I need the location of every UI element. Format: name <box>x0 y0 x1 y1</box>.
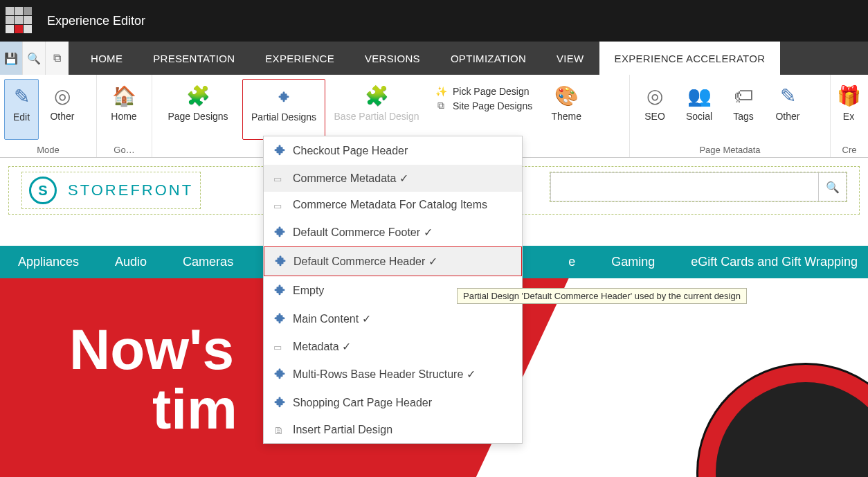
dropdown-item-label: Metadata ✓ <box>293 340 351 353</box>
dropdown-item-label: Default Commerce Footer ✓ <box>293 226 433 239</box>
app-logo <box>6 7 33 35</box>
dropdown-item[interactable]: 🗎Insert Partial Design <box>264 417 522 443</box>
search-button[interactable]: 🔍 <box>819 172 847 201</box>
export-icon: 🎁 <box>835 83 862 108</box>
dropdown-item[interactable]: Default Commerce Footer ✓ <box>264 218 522 246</box>
nav-item[interactable]: Gaming <box>593 255 673 269</box>
dropdown-item[interactable]: ▭Metadata ✓ <box>264 333 522 360</box>
preview-icon: ◎ <box>42 83 83 108</box>
quick-search-button[interactable]: 🔍 <box>23 42 46 75</box>
theme-button[interactable]: 🎨 Theme <box>542 79 590 140</box>
other-metadata-button[interactable]: ✎ Other <box>767 79 808 140</box>
dropdown-item-label: Default Commerce Header ✓ <box>293 255 437 268</box>
palette-icon: 🎨 <box>542 83 590 108</box>
target-icon: ◎ <box>634 83 676 108</box>
group-label-metadata: Page Metadata <box>630 145 830 155</box>
puzzle-icon <box>274 254 287 269</box>
tab-experience[interactable]: EXPERIENCE <box>250 42 350 75</box>
dropdown-item-label: Empty <box>293 285 324 297</box>
puzzle-gray-icon: 🧩 <box>328 83 425 108</box>
group-label-mode: Mode <box>0 145 96 155</box>
tab-optimization[interactable]: OPTIMIZATION <box>435 42 541 75</box>
social-button[interactable]: 👥 Social <box>678 79 720 140</box>
dropdown-item-label: Commerce Metadata For Catalog Items <box>293 199 487 211</box>
sitemap-icon: ⧉ <box>435 100 447 111</box>
title-bar: Experience Editor <box>0 0 868 42</box>
app-title: Experience Editor <box>47 14 145 28</box>
dropdown-item[interactable]: Main Content ✓ <box>264 305 522 333</box>
tooltip: Partial Design 'Default Commerce Header'… <box>457 288 747 304</box>
nav-item[interactable]: e <box>550 255 593 269</box>
dropdown-item-label: Checkout Page Header <box>293 145 408 157</box>
dropdown-item[interactable]: Multi-Rows Base Header Structure ✓ <box>264 360 522 388</box>
tags-button[interactable]: 🏷 Tags <box>723 79 764 140</box>
puzzle-icon <box>273 225 286 240</box>
dropdown-item[interactable]: Default Commerce Header ✓ <box>264 246 522 276</box>
workflow-button[interactable]: ⧉ <box>46 42 69 75</box>
partial-designs-button[interactable]: Partial Designs <box>242 79 325 140</box>
seo-button[interactable]: ◎ SEO <box>634 79 676 140</box>
storefront-name: STOREFRONT <box>68 181 193 199</box>
pick-page-design-button[interactable]: ✨ Pick Page Design <box>435 86 532 97</box>
puzzle-icon <box>273 367 286 381</box>
meta-icon: ▭ <box>273 341 286 352</box>
dropdown-item[interactable]: Checkout Page Header <box>264 136 522 165</box>
creative-exchange-button[interactable]: 🎁 Ex <box>835 79 862 140</box>
dropdown-item-label: Shopping Cart Page Header <box>293 397 432 409</box>
puzzle-icon <box>243 84 325 109</box>
doc-icon: 🗎 <box>273 424 286 436</box>
meta-icon: ▭ <box>273 172 286 184</box>
meta-icon: ▭ <box>273 199 286 211</box>
site-page-designs-button[interactable]: ⧉ Site Page Designs <box>435 100 532 111</box>
puzzle-icon <box>273 395 286 410</box>
tab-view[interactable]: VIEW <box>541 42 599 75</box>
dropdown-item-label: Insert Partial Design <box>293 424 392 436</box>
tag-icon: 🏷 <box>723 83 764 108</box>
hero-text: Now'stim <box>69 320 237 439</box>
dropdown-item-label: Multi-Rows Base Header Structure ✓ <box>293 368 476 381</box>
dropdown-item-label: Commerce Metadata ✓ <box>293 172 408 185</box>
group-label-creative: Cre <box>831 145 868 155</box>
nav-item[interactable]: Appliances <box>0 255 97 269</box>
search-input[interactable] <box>550 172 819 201</box>
search-icon: 🔍 <box>826 181 840 194</box>
save-button[interactable]: 💾 <box>0 42 23 75</box>
wand-icon: ✨ <box>435 86 447 97</box>
nav-item[interactable]: Audio <box>97 255 165 269</box>
dropdown-item[interactable]: Shopping Cart Page Header <box>264 388 522 417</box>
home-button[interactable]: 🏠 Home <box>101 79 147 140</box>
search-box[interactable]: 🔍 <box>550 172 847 202</box>
tab-presentation[interactable]: PRESENTATION <box>138 42 250 75</box>
other-mode-button[interactable]: ◎ Other <box>42 79 83 140</box>
edit-mode-button[interactable]: ✎ Edit <box>4 79 39 140</box>
pencil-icon: ✎ <box>5 84 38 109</box>
nav-item[interactable]: eGift Cards and Gift Wrapping <box>673 255 868 269</box>
nav-item[interactable]: Cameras <box>165 255 251 269</box>
dropdown-item-label: Main Content ✓ <box>293 312 371 325</box>
puzzle-icon <box>273 143 286 158</box>
page-designs-button[interactable]: 🧩 Page Designs <box>156 79 239 140</box>
tab-bar: 💾 🔍 ⧉ HOMEPRESENTATIONEXPERIENCEVERSIONS… <box>0 42 868 75</box>
tab-versions[interactable]: VERSIONS <box>350 42 435 75</box>
storefront-glyph: S <box>29 177 57 204</box>
dropdown-item[interactable]: ▭Commerce Metadata ✓ <box>264 165 522 192</box>
tab-experience-accelerator[interactable]: EXPERIENCE ACCELERATOR <box>599 42 781 75</box>
home-icon: 🏠 <box>101 83 147 108</box>
puzzle-multi-icon: 🧩 <box>156 83 239 108</box>
people-icon: 👥 <box>678 83 720 108</box>
base-partial-design-button[interactable]: 🧩 Base Partial Design <box>328 79 425 140</box>
pencil-icon: ✎ <box>767 83 808 108</box>
quick-access: 💾 🔍 ⧉ <box>0 42 69 75</box>
tab-home[interactable]: HOME <box>75 42 138 75</box>
storefront-logo[interactable]: S STOREFRONT <box>21 172 201 209</box>
dropdown-item[interactable]: ▭Commerce Metadata For Catalog Items <box>264 192 522 218</box>
puzzle-icon <box>273 283 286 298</box>
puzzle-icon <box>273 312 286 326</box>
group-label-go: Go… <box>97 145 152 155</box>
